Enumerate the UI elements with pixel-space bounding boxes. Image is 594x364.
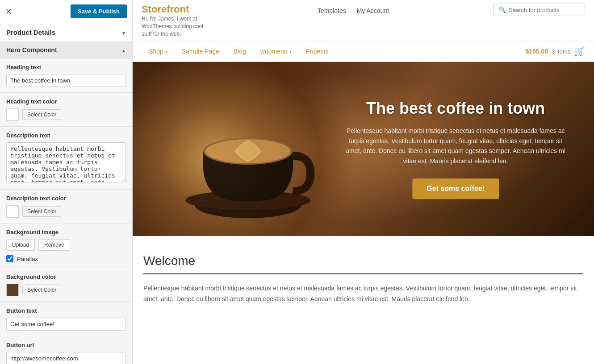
close-button[interactable]: ✕ [5,8,12,16]
product-details-header: Product Details [0,23,132,42]
hero-heading: The best coffee in town [340,99,571,118]
remove-button[interactable]: Remove [38,239,70,251]
description-text-section: Description text Pellentesque habitant m… [0,127,132,190]
button-text-input[interactable] [6,318,126,331]
background-color-label: Background color [6,273,126,280]
hero-description: Pellentesque habitant morbi tristique se… [340,126,571,166]
description-select-color-button[interactable]: Select Color [22,206,61,217]
background-image-label: Background image [6,229,126,236]
hero-coffee-image [133,62,364,236]
store-name: Storefront [142,4,213,15]
heading-text-input[interactable] [6,74,126,87]
description-color-row: Select Color [6,205,126,218]
description-text-label: Description text [6,132,126,139]
heading-text-section: Heading text [0,58,132,93]
nav-sample-page[interactable]: Sample Page [175,41,226,61]
background-image-section: Background image Upload Remove Parallax [0,223,132,268]
heading-color-swatch[interactable] [6,108,19,121]
hero-component-chevron[interactable] [121,46,126,54]
description-color-section: Description text color Select Color [0,190,132,223]
background-color-section: Background color Select Color [0,268,132,302]
shop-arrow: ▾ [165,49,167,54]
button-url-label: Button url [6,342,126,348]
description-text-input[interactable]: Pellentesque habitant morbi tristique se… [6,142,126,182]
welcome-section: Welcome Pellentesque habitant morbi tris… [133,236,594,315]
hero-content: The best coffee in town Pellentesque hab… [340,99,571,199]
welcome-title: Welcome [143,254,583,268]
button-url-input[interactable] [6,352,126,364]
hero-section: The best coffee in town Pellentesque hab… [133,62,594,236]
hero-button[interactable]: Get some coffee! [412,178,499,199]
store-tagline: Hi, I'm James. I work at WooThemes build… [142,15,213,37]
nav-shop[interactable]: Shop ▾ [142,41,175,61]
heading-text-label: Heading text [6,64,126,70]
store-search-box: 🔍 [494,4,585,16]
cart-total: $105.00 [525,48,548,55]
cart-items: 3 items [552,48,570,55]
parallax-label: Parallax [17,256,38,262]
background-color-row: Select Color [6,284,126,296]
my-account-link[interactable]: My Account [357,7,389,14]
background-color-swatch[interactable] [6,284,19,296]
welcome-text: Pellentesque habitant morbi tristique se… [143,283,583,305]
button-text-label: Button text [6,307,126,314]
hero-component-label: Hero Component [6,46,57,54]
heading-color-section: Heading text color Select Color [0,93,132,127]
background-image-buttons: Upload Remove [6,239,126,251]
left-panel: ✕ Save & Publish Product Details Hero Co… [0,0,133,364]
store-header: Storefront Hi, I'm James. I work at WooT… [133,0,594,41]
top-bar: ✕ Save & Publish [0,0,132,23]
hero-component-header: Hero Component [0,42,132,58]
nav2-links: Shop ▾ Sample Page Blog woomenu ▾ Projec… [142,41,335,61]
cart-icon[interactable]: 🛒 [574,46,585,57]
nav-blog[interactable]: Blog [226,41,253,61]
nav-woomenu[interactable]: woomenu ▾ [253,41,299,61]
button-url-section: Button url [0,336,132,364]
parallax-row: Parallax [6,255,126,262]
right-panel: Storefront Hi, I'm James. I work at WooT… [133,0,594,364]
button-text-section: Button text [0,302,132,336]
heading-select-color-button[interactable]: Select Color [22,109,61,120]
description-color-label: Description text color [6,195,126,202]
heading-color-label: Heading text color [6,98,126,105]
parallax-checkbox[interactable] [6,255,13,262]
templates-link[interactable]: Templates [318,7,346,14]
product-details-label: Product Details [6,29,55,36]
product-details-chevron[interactable] [121,29,126,36]
upload-button[interactable]: Upload [6,239,35,251]
search-input[interactable] [509,7,580,13]
save-publish-button[interactable]: Save & Publish [71,4,127,18]
store-secondary-nav: Shop ▾ Sample Page Blog woomenu ▾ Projec… [133,41,594,62]
nav-projects[interactable]: Projects [299,41,336,61]
heading-color-row: Select Color [6,108,126,121]
woomenu-arrow: ▾ [289,49,292,54]
store-top-nav: Templates My Account [318,4,389,14]
welcome-divider [143,273,583,274]
store-logo-area: Storefront Hi, I'm James. I work at WooT… [142,4,213,37]
background-select-color-button[interactable]: Select Color [22,285,61,295]
description-color-swatch[interactable] [6,205,19,218]
cart-area: $105.00 3 items 🛒 [525,46,585,57]
search-icon: 🔍 [498,6,506,13]
